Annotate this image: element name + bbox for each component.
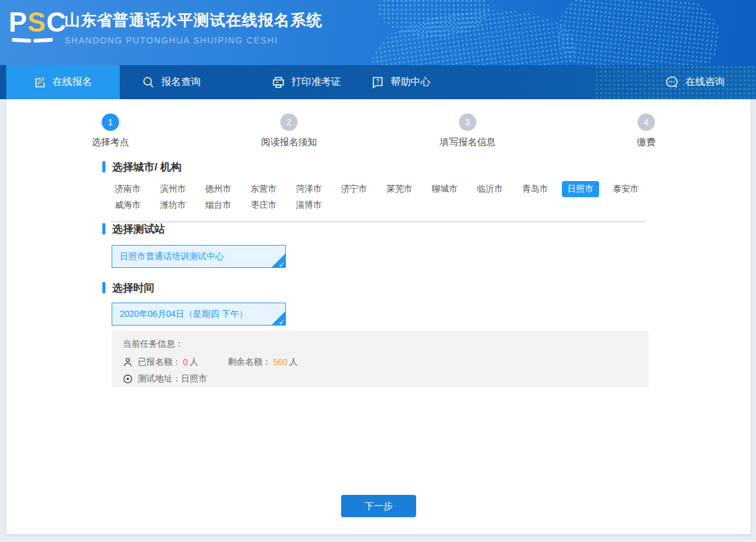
city-option-zibo[interactable]: 淄博市 [290,197,327,213]
edit-icon [34,76,47,89]
nav-label: 在线咨询 [685,76,725,89]
remaining-label: 剩余名额： [228,357,271,368]
address-label: 测试地址： [138,373,181,384]
nav-item-print-ticket[interactable]: 打印准考证 [260,65,352,99]
main-nav: 在线报名 报名查询 打印准考证 ? [0,65,756,99]
city-option-taian[interactable]: 泰安市 [607,181,644,197]
step-label-1: 选择考点 [48,136,172,148]
app-header: PSC 山东省普通话水平测试在线报名系统 SHANDONG PUTONGHUA … [0,0,756,65]
city-option-dongying[interactable]: 东营市 [245,181,282,197]
current-task-info-box: 当前任务信息： 已报名额： 0 人 剩余名额： 560 人 测 [112,331,649,387]
address-row: 测试地址： 日照市 [123,373,638,384]
city-option-dezhou[interactable]: 德州市 [200,181,237,197]
chat-bubble-icon [664,75,679,90]
location-icon [123,374,133,384]
city-option-yantai[interactable]: 烟台市 [200,197,237,213]
remaining-value: 560 [273,357,287,367]
open-book-icon [9,38,55,42]
task-info-title: 当前任务信息： [123,339,638,350]
registered-label: 已报名额： [138,357,181,368]
remaining-quota: 剩余名额： 560 人 [228,357,298,368]
step-circle-4: 4 [638,113,655,131]
city-option-laiwu[interactable]: 莱芜市 [381,181,418,197]
psc-logo-text: PSC [9,9,55,36]
content-panel: 1 2 3 4 选择考点 阅读报名须知 填写报名信息 缴费 选择城市/ 机构 济… [6,99,750,534]
step-label-3: 填写报名信息 [406,136,530,148]
svg-text:?: ? [376,78,380,85]
page-subtitle: SHANDONG PUTONGHUA SHUIPING CESHI [64,35,322,45]
step-circle-3: 3 [459,113,476,131]
city-option-zaozhuang[interactable]: 枣庄市 [245,197,282,213]
person-icon [123,357,133,367]
step-label-4: 缴费 [584,136,708,148]
city-list: 济南市 滨州市 德州市 东营市 菏泽市 济宁市 莱芜市 聊城市 临沂市 青岛市 … [109,181,652,213]
nav-label: 报名查询 [161,76,201,89]
nav-item-online-consult[interactable]: 在线咨询 [653,65,736,99]
station-section-header: 选择测试站 [102,222,165,236]
city-option-jining[interactable]: 济宁市 [336,181,373,197]
nav-item-signup-query[interactable]: 报名查询 [130,65,212,99]
section-accent-bar [102,282,105,293]
city-option-weifang[interactable]: 潍坊市 [154,197,192,213]
world-map-dots-decoration [553,0,723,65]
nav-label: 帮助中心 [391,76,430,89]
city-option-jinan[interactable]: 济南市 [109,181,146,197]
step-connector-line [110,221,646,223]
nav-item-online-signup[interactable]: 在线报名 [6,65,120,99]
remaining-unit: 人 [289,357,298,368]
time-section-header: 选择时间 [102,281,154,295]
nav-label: 打印准考证 [291,76,341,89]
step-circle-1: 1 [102,113,119,131]
section-accent-bar [102,161,105,172]
help-bubble-icon: ? [371,76,385,89]
nav-item-help-center[interactable]: ? 帮助中心 [360,65,442,99]
registered-quota: 已报名额： 0 人 [123,357,228,368]
city-option-heze[interactable]: 菏泽市 [290,181,327,197]
section-accent-bar [102,223,105,234]
city-option-qingdao[interactable]: 青岛市 [517,181,554,197]
quota-row: 已报名额： 0 人 剩余名额： 560 人 [123,357,638,368]
page-title: 山东省普通话水平测试在线报名系统 [64,10,322,30]
city-option-weihai[interactable]: 威海市 [109,197,146,213]
registered-value: 0 [183,357,188,367]
printer-icon [272,76,285,89]
city-section-header: 选择城市/ 机构 [102,160,181,174]
next-step-button[interactable]: 下一步 [341,495,416,517]
registered-unit: 人 [190,357,198,368]
test-station-name: 日照市普通话培训测试中心 [120,251,224,261]
test-time-card-selected[interactable]: 2020年06月04日（星期四 下午） ✓ [112,303,286,326]
city-option-rizhao-selected[interactable]: 日照市 [562,181,599,197]
check-icon: ✓ [278,319,285,326]
city-option-linyi[interactable]: 临沂市 [471,181,509,197]
test-time-value: 2020年06月04日（星期四 下午） [120,309,247,319]
nav-label: 在线报名 [53,76,92,89]
check-icon: ✓ [278,261,285,268]
city-option-binzhou[interactable]: 滨州市 [154,181,192,197]
city-option-liaocheng[interactable]: 聊城市 [426,181,463,197]
search-icon [141,76,155,89]
address-value: 日照市 [181,373,207,384]
step-label-2: 阅读报名须知 [227,136,351,148]
test-station-card-selected[interactable]: 日照市普通话培训测试中心 ✓ [112,245,286,268]
psc-logo: PSC [9,9,55,42]
step-circle-2: 2 [280,113,298,131]
